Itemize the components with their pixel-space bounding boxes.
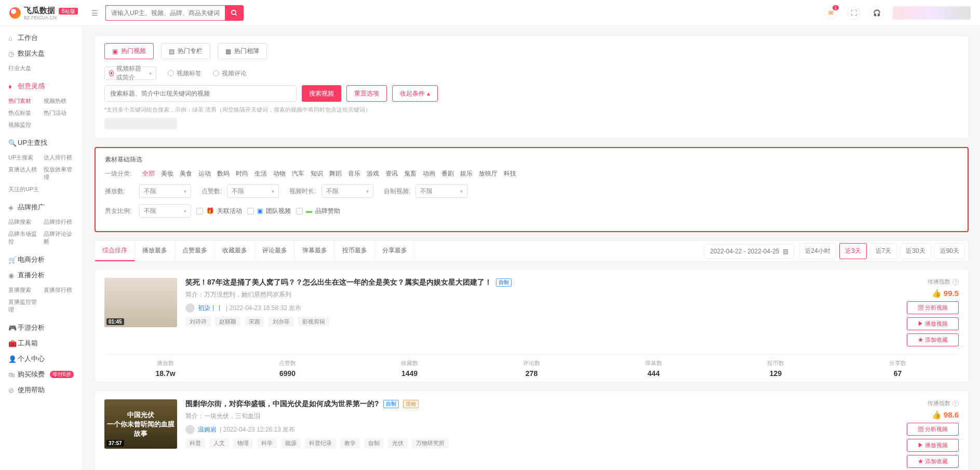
- sidebar-item-live-rank[interactable]: 直播排行榜: [42, 284, 77, 296]
- support-icon[interactable]: 🎧: [870, 6, 883, 20]
- video-tag[interactable]: 刘诗诗: [185, 317, 211, 327]
- video-tag[interactable]: 赵丽颖: [215, 317, 240, 327]
- sidebar-item-placement[interactable]: 投放效果管理: [42, 164, 77, 183]
- video-tag[interactable]: 教学: [340, 438, 360, 448]
- category-8[interactable]: 汽车: [289, 169, 307, 178]
- logo[interactable]: 飞瓜数据 B站版 BZ.FEIGUA.CN: [9, 6, 78, 20]
- play-button[interactable]: ▶ 播放视频: [907, 439, 959, 452]
- author-name[interactable]: 温婉岩: [198, 425, 217, 434]
- category-4[interactable]: 数码: [214, 169, 233, 178]
- category-16[interactable]: 番剧: [438, 169, 457, 178]
- sidebar-item-follow-up[interactable]: 关注的UP主: [6, 183, 42, 195]
- keyword-input[interactable]: [104, 85, 297, 102]
- sidebar-item-video-rank[interactable]: 视频热榜: [42, 95, 77, 107]
- sidebar-personal[interactable]: 👤个人中心: [0, 351, 83, 367]
- global-search-input[interactable]: [105, 5, 225, 21]
- sidebar-help[interactable]: ⊘使用帮助: [0, 382, 83, 398]
- help-icon[interactable]: ?: [952, 279, 959, 285]
- range-3[interactable]: 近30天: [900, 243, 931, 259]
- sort-4[interactable]: 评论最多: [255, 241, 295, 261]
- sidebar-item-video-monitor[interactable]: 视频监控: [6, 119, 42, 131]
- video-tag[interactable]: 自制: [364, 438, 384, 448]
- category-11[interactable]: 音乐: [345, 169, 364, 178]
- search-video-button[interactable]: 搜索视频: [302, 85, 341, 102]
- sidebar-item-brand-review[interactable]: 品牌评论诊断: [42, 228, 77, 248]
- sidebar-mobile[interactable]: 🎮手游分析: [0, 320, 83, 335]
- favorite-button[interactable]: ★ 添加收藏: [907, 333, 959, 346]
- sidebar-ecom[interactable]: 🛒电商分析: [0, 252, 83, 267]
- self-select[interactable]: 不限: [415, 184, 467, 198]
- video-tag[interactable]: 能源: [281, 438, 301, 448]
- sidebar-item-up-search[interactable]: UP主搜索: [6, 152, 42, 164]
- category-18[interactable]: 放映厅: [476, 169, 501, 178]
- tab-hot-video[interactable]: ▣热门视频: [104, 43, 154, 59]
- chk-brand[interactable]: ▬品牌赞助: [296, 207, 340, 216]
- sidebar-tool[interactable]: 🧰工具箱: [0, 335, 83, 351]
- sort-2[interactable]: 点赞最多: [175, 241, 215, 261]
- duration-select[interactable]: 不限: [321, 184, 373, 198]
- video-title[interactable]: 笑死！87年这是捅了美人窝了吗？？怎么出生在这一年的全是美女？属实是内娱女星大团…: [185, 278, 867, 287]
- video-thumbnail[interactable]: 中国光伏 一个你未曾听闻的血腥故事37:57: [104, 399, 177, 449]
- category-9[interactable]: 知识: [307, 169, 326, 178]
- sort-0[interactable]: 综合排序: [95, 241, 135, 261]
- reset-button[interactable]: 重置选项: [346, 85, 387, 102]
- video-tag[interactable]: 刘亦菲: [269, 317, 294, 327]
- range-1[interactable]: 近3天: [839, 243, 867, 259]
- help-icon[interactable]: ?: [952, 400, 959, 407]
- sidebar-item-live-search[interactable]: 直播搜索: [6, 284, 42, 296]
- sidebar-collapse-icon[interactable]: ☰: [91, 9, 98, 17]
- video-tag[interactable]: 宋茜: [245, 317, 264, 327]
- sidebar-item-brand-monitor[interactable]: 品牌市场监控: [6, 228, 42, 248]
- video-tag[interactable]: 科普纪录: [305, 438, 336, 448]
- sort-6[interactable]: 投币最多: [335, 241, 375, 261]
- video-title[interactable]: 围剿华尔街，对弈华盛顿，中国光伏是如何成为世界第一的?自制活动: [185, 399, 867, 409]
- mail-icon[interactable]: ✉1: [824, 6, 838, 20]
- sidebar-renew[interactable]: 🛍购买续费年付6折: [0, 367, 83, 382]
- sidebar-item-hot-activity[interactable]: 热门活动: [42, 107, 77, 119]
- sidebar-upsearch[interactable]: 🔍UP主查找: [0, 135, 83, 151]
- favorite-button[interactable]: ★ 添加收藏: [907, 455, 959, 468]
- video-tag[interactable]: 物理: [233, 438, 253, 448]
- date-range-picker[interactable]: 2022-04-22 - 2022-04-25▥: [704, 244, 794, 259]
- radio-title[interactable]: 视频标题或简介: [104, 66, 156, 80]
- play-select[interactable]: 不限: [139, 184, 191, 198]
- range-0[interactable]: 近24小时: [799, 243, 836, 259]
- analyze-button[interactable]: ▦ 分析视频: [907, 301, 959, 314]
- play-button[interactable]: ▶ 播放视频: [907, 317, 959, 330]
- collapse-filters-button[interactable]: 收起条件▴: [392, 85, 438, 102]
- sort-5[interactable]: 弹幕最多: [295, 241, 335, 261]
- category-1[interactable]: 美妆: [158, 169, 177, 178]
- sidebar-dashboard[interactable]: ◷数据大盘: [0, 46, 83, 61]
- chk-activity[interactable]: 🎁关联活动: [196, 207, 242, 216]
- video-tag[interactable]: 光伏: [388, 438, 408, 448]
- range-4[interactable]: 近90天: [934, 243, 965, 259]
- sidebar-item-brand-rank[interactable]: 品牌排行榜: [42, 216, 77, 228]
- category-13[interactable]: 资讯: [382, 169, 401, 178]
- category-14[interactable]: 鬼畜: [401, 169, 420, 178]
- global-search-button[interactable]: [225, 5, 244, 21]
- sidebar-item-industry[interactable]: 行业大盘: [6, 62, 42, 74]
- video-tag[interactable]: 科学: [257, 438, 277, 448]
- gender-select[interactable]: 不限: [139, 204, 191, 218]
- category-10[interactable]: 舞蹈: [326, 169, 345, 178]
- gift-icon[interactable]: ⛶: [847, 6, 861, 20]
- video-tag[interactable]: 人文: [209, 438, 229, 448]
- sort-7[interactable]: 分享最多: [375, 241, 415, 261]
- sidebar-item-brand-search[interactable]: 品牌搜索: [6, 216, 42, 228]
- video-thumbnail[interactable]: 01:45: [104, 278, 177, 327]
- category-15[interactable]: 动画: [420, 169, 438, 178]
- range-2[interactable]: 近7天: [870, 243, 897, 259]
- category-6[interactable]: 生活: [251, 169, 270, 178]
- user-area[interactable]: [893, 6, 971, 20]
- author-name[interactable]: 初柒丨丨: [198, 304, 223, 313]
- video-tag[interactable]: 科普: [185, 438, 205, 448]
- tab-hot-album[interactable]: ▦热门相簿: [218, 43, 267, 59]
- category-17[interactable]: 娱乐: [457, 169, 476, 178]
- sidebar-creative[interactable]: ♦创意灵感: [0, 78, 83, 94]
- like-select[interactable]: 不限: [227, 184, 279, 198]
- radio-comment[interactable]: 视频评论: [213, 66, 247, 80]
- sidebar-live[interactable]: ◉直播分析: [0, 267, 83, 283]
- sidebar-brand[interactable]: ◈品牌推广: [0, 199, 83, 215]
- sidebar-item-hot-tag[interactable]: 热点标签: [6, 107, 42, 119]
- sidebar-workbench[interactable]: ⌂工作台: [0, 30, 83, 46]
